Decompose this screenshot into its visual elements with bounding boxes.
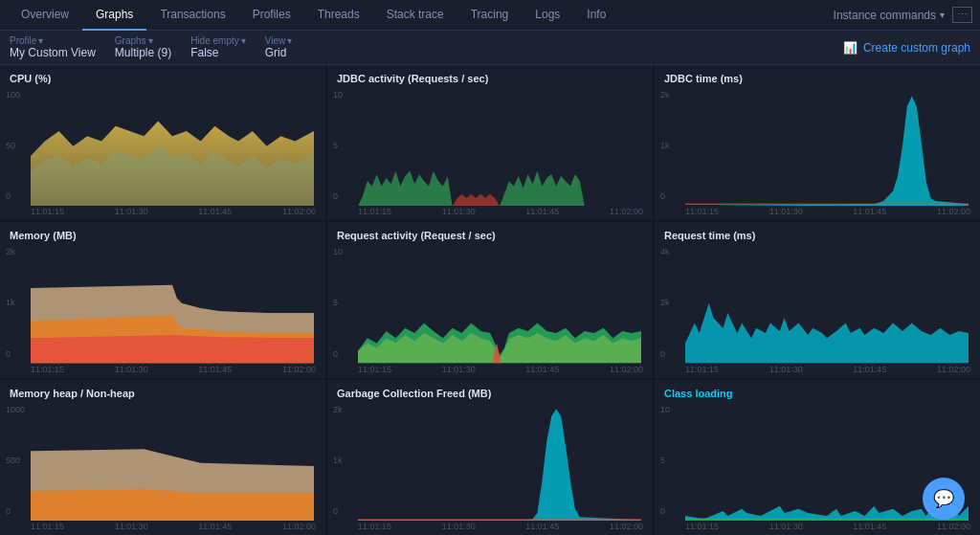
request-activity-y-axis: 1050	[333, 247, 343, 358]
hide-empty-selector[interactable]: Hide empty ▾ False	[190, 35, 246, 59]
gc-freed-y-axis: 2k1k0	[333, 405, 343, 516]
jdbc-time-title: JDBC time (ms)	[664, 73, 970, 84]
svg-marker-13	[685, 303, 969, 364]
svg-marker-15	[31, 489, 314, 521]
cpu-chart-title: CPU (%)	[10, 73, 316, 84]
cpu-x-labels: 11:01:1511:01:3011:01:4511:02:00	[31, 207, 316, 216]
jdbc-activity-x-labels: 11:01:1511:01:3011:01:4511:02:00	[358, 207, 643, 216]
request-activity-chart-panel: Request activity (Request / sec) 1050 11…	[327, 222, 653, 377]
instance-commands-dropdown[interactable]: Instance commands ▾ ⋯	[834, 7, 972, 23]
top-navigation: Overview Graphs Transactions Profiles Th…	[0, 0, 980, 31]
jdbc-time-area[interactable]	[685, 86, 969, 206]
graphs-chevron-icon: ▾	[148, 35, 153, 46]
request-time-area[interactable]	[685, 243, 969, 363]
tab-logs[interactable]: Logs	[522, 0, 573, 31]
memory-y-axis: 2k1k0	[6, 247, 15, 358]
tab-info[interactable]: Info	[573, 0, 619, 31]
jdbc-time-chart-panel: JDBC time (ms) 2k1k0 11:01:1511:01:3011:…	[655, 65, 980, 220]
profile-selector[interactable]: Profile ▾ My Custom View	[10, 35, 96, 59]
tab-threads[interactable]: Threads	[304, 0, 373, 31]
request-time-x-labels: 11:01:1511:01:3011:01:4511:02:00	[685, 365, 970, 374]
bar-chart-icon: 📊	[843, 41, 858, 55]
memory-heap-title: Memory heap / Non-heap	[10, 388, 316, 399]
jdbc-activity-area[interactable]	[358, 86, 641, 206]
svg-marker-9	[31, 335, 314, 363]
gc-freed-title: Garbage Collection Freed (MB)	[337, 388, 643, 399]
request-time-title: Request time (ms)	[664, 230, 970, 241]
view-chevron-icon: ▾	[287, 35, 292, 46]
svg-marker-16	[358, 409, 641, 521]
request-activity-title: Request activity (Request / sec)	[337, 230, 643, 241]
tab-overview[interactable]: Overview	[8, 0, 82, 31]
gc-freed-area[interactable]	[358, 401, 641, 521]
request-time-chart-panel: Request time (ms) 4k2k0 11:01:1511:01:30…	[655, 222, 980, 377]
gc-freed-chart-panel: Garbage Collection Freed (MB) 2k1k0 11:0…	[327, 380, 653, 535]
cpu-chart-panel: CPU (%) 100500	[0, 65, 325, 220]
svg-marker-3	[500, 171, 585, 207]
cpu-chart-area[interactable]	[31, 86, 314, 206]
view-selector[interactable]: View ▾ Grid	[265, 35, 293, 59]
svg-marker-4	[453, 194, 500, 207]
create-custom-graph-button[interactable]: 📊 Create custom graph	[843, 41, 970, 55]
class-loading-y-axis: 1050	[660, 405, 670, 516]
charts-grid: CPU (%) 100500	[0, 65, 980, 535]
tab-profiles[interactable]: Profiles	[239, 0, 304, 31]
memory-area[interactable]	[31, 243, 314, 363]
memory-title: Memory (MB)	[10, 230, 316, 241]
profile-chevron-icon: ▾	[38, 35, 43, 46]
memory-heap-x-labels: 11:01:1511:01:3011:01:4511:02:00	[31, 522, 316, 531]
chevron-down-icon: ▾	[940, 10, 945, 20]
request-activity-area[interactable]	[358, 243, 641, 363]
jdbc-activity-title: JDBC activity (Requests / sec)	[337, 73, 643, 84]
hide-empty-chevron-icon: ▾	[241, 35, 246, 46]
chat-bubble-button[interactable]: 💬	[923, 478, 965, 520]
svg-marker-2	[358, 171, 453, 207]
class-loading-x-labels: 11:01:1511:01:3011:01:4511:02:00	[685, 522, 970, 531]
jdbc-time-x-labels: 11:01:1511:01:3011:01:4511:02:00	[685, 207, 970, 216]
jdbc-activity-chart-panel: JDBC activity (Requests / sec) 1050 11:0…	[327, 65, 653, 220]
chat-icon: 💬	[933, 488, 954, 509]
tab-graphs[interactable]: Graphs	[82, 0, 146, 31]
cpu-y-axis: 100500	[6, 90, 20, 201]
memory-heap-y-axis: 10005000	[6, 405, 25, 516]
tab-transactions[interactable]: Transactions	[146, 0, 238, 31]
tab-tracing[interactable]: Tracing	[457, 0, 523, 31]
more-options-icon: ⋯	[952, 7, 972, 23]
jdbc-time-y-axis: 2k1k0	[660, 90, 670, 201]
graphs-selector[interactable]: Graphs ▾ Multiple (9)	[115, 35, 171, 59]
tab-stack-trace[interactable]: Stack trace	[373, 0, 457, 31]
request-time-y-axis: 4k2k0	[660, 247, 670, 358]
request-activity-x-labels: 11:01:1511:01:3011:01:4511:02:00	[358, 365, 643, 374]
gc-freed-x-labels: 11:01:1511:01:3011:01:4511:02:00	[358, 522, 643, 531]
memory-chart-panel: Memory (MB) 2k1k0 11:01:1511:01:3011:01:…	[0, 222, 325, 377]
memory-x-labels: 11:01:1511:01:3011:01:4511:02:00	[31, 365, 316, 374]
memory-heap-area[interactable]	[31, 401, 314, 521]
sub-navigation: Profile ▾ My Custom View Graphs ▾ Multip…	[0, 31, 980, 65]
svg-marker-5	[685, 96, 969, 206]
memory-heap-chart-panel: Memory heap / Non-heap 10005000 11:01:15…	[0, 380, 325, 535]
jdbc-activity-y-axis: 1050	[333, 90, 343, 201]
class-loading-title: Class loading	[664, 388, 970, 399]
